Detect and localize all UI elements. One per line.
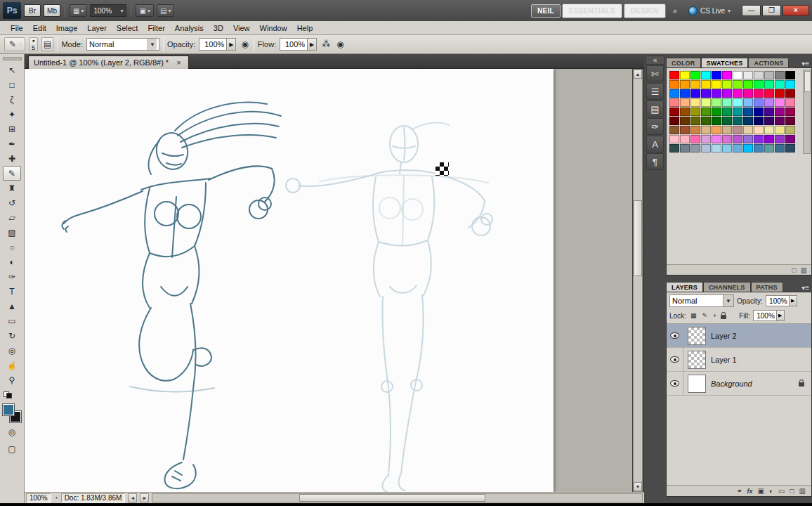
color-swatch[interactable] bbox=[785, 98, 795, 107]
color-swatch[interactable] bbox=[690, 71, 700, 79]
Layer 1[interactable]: Layer 1 bbox=[667, 348, 811, 372]
3d-camera-rotate-tool[interactable]: ◎ bbox=[3, 343, 21, 358]
color-swatch[interactable] bbox=[722, 80, 732, 89]
color-swatch[interactable] bbox=[775, 126, 785, 134]
quick-selection-tool[interactable]: ✦ bbox=[3, 107, 21, 122]
color-swatch[interactable] bbox=[701, 71, 711, 79]
color-swatch[interactable] bbox=[775, 80, 785, 89]
menu-item[interactable]: Analysis bbox=[170, 22, 209, 34]
menu-item[interactable]: Edit bbox=[28, 22, 51, 34]
color-swatch[interactable] bbox=[785, 89, 795, 98]
tool-preset-picker[interactable]: ✎ ▾ bbox=[4, 37, 25, 51]
minibridge-button[interactable]: Mb bbox=[44, 4, 60, 17]
menu-item[interactable]: Select bbox=[112, 22, 143, 34]
minimize-button[interactable]: — bbox=[742, 5, 761, 16]
color-swatch[interactable] bbox=[764, 135, 774, 143]
arrange-documents-button[interactable]: ▣▾ bbox=[136, 4, 153, 17]
color-swatch[interactable] bbox=[733, 89, 742, 98]
color-swatch[interactable] bbox=[775, 135, 785, 143]
move-tool[interactable]: ↖ bbox=[3, 63, 21, 77]
link-layers-icon[interactable]: ⚭ bbox=[736, 487, 742, 495]
color-swatch[interactable] bbox=[701, 108, 711, 116]
layer-opacity-input[interactable]: 100% bbox=[766, 295, 790, 306]
color-swatch[interactable] bbox=[775, 108, 785, 116]
quick-mask-button[interactable]: ◎ bbox=[3, 425, 21, 439]
color-swatch[interactable] bbox=[775, 89, 785, 98]
color-swatch[interactable] bbox=[722, 71, 732, 79]
color-swatch[interactable] bbox=[722, 89, 732, 98]
color-swatch[interactable] bbox=[701, 117, 711, 125]
Background[interactable]: Background bbox=[667, 372, 811, 396]
add-layer-mask-icon[interactable]: ▣ bbox=[758, 487, 764, 495]
color-swatch[interactable] bbox=[743, 144, 753, 153]
screen-mode-toggle-button[interactable]: ▢ bbox=[3, 442, 21, 456]
delete-swatch-icon[interactable]: ▥ bbox=[801, 266, 807, 274]
color-swatch[interactable] bbox=[680, 108, 690, 116]
color-swatch[interactable] bbox=[733, 80, 742, 89]
status-zoom-field[interactable]: 100% bbox=[26, 493, 51, 502]
crop-tool[interactable]: ⊞ bbox=[3, 122, 21, 136]
vertical-scrollbar[interactable]: ▲ ▼ bbox=[633, 69, 643, 492]
color-swatch[interactable] bbox=[722, 117, 732, 125]
foreground-color-swatch[interactable] bbox=[3, 404, 14, 415]
color-swatch[interactable] bbox=[680, 126, 690, 134]
color-swatch[interactable] bbox=[775, 117, 785, 125]
color-swatch[interactable] bbox=[701, 144, 711, 153]
color-swatch[interactable] bbox=[722, 144, 732, 153]
rectangle-tool[interactable]: ▭ bbox=[3, 313, 21, 328]
workspace-overflow-chevron[interactable]: » bbox=[669, 6, 681, 15]
color-swatch[interactable] bbox=[743, 89, 753, 98]
color-swatch[interactable] bbox=[775, 144, 785, 153]
color-swatch[interactable] bbox=[701, 89, 711, 98]
blur-tool[interactable]: ○ bbox=[3, 240, 21, 254]
bridge-button[interactable]: Br bbox=[24, 4, 41, 17]
adjustments-panel-icon[interactable]: ☰ bbox=[646, 83, 664, 100]
color-swatch[interactable] bbox=[733, 126, 742, 134]
color-swatch[interactable] bbox=[743, 80, 753, 89]
restore-button[interactable]: ❐ bbox=[762, 5, 781, 16]
adjustment-layer-icon[interactable]: ◐ bbox=[769, 487, 773, 495]
layer-style-icon[interactable]: fx bbox=[747, 488, 753, 495]
delete-layer-icon[interactable]: ▥ bbox=[799, 487, 806, 495]
toggle-brush-panel-button[interactable]: ▤ bbox=[41, 37, 53, 51]
color-swatch[interactable] bbox=[712, 108, 721, 116]
tab-paths[interactable]: PATHS bbox=[751, 282, 783, 292]
lock-position-icon[interactable]: + bbox=[712, 311, 718, 320]
color-swatch[interactable] bbox=[690, 108, 700, 116]
color-swatch[interactable] bbox=[712, 117, 721, 125]
color-swatch[interactable] bbox=[669, 144, 679, 153]
color-swatch[interactable] bbox=[712, 89, 721, 98]
layer-opacity-arrow[interactable]: ▶ bbox=[790, 295, 797, 306]
menu-item[interactable]: Help bbox=[292, 22, 318, 34]
gradient-tool[interactable]: ▧ bbox=[3, 225, 21, 240]
color-swatch[interactable] bbox=[785, 71, 795, 79]
tablet-size-icon[interactable]: ◉ bbox=[335, 39, 345, 49]
photoshop-logo-icon[interactable]: Ps bbox=[3, 2, 21, 19]
layer-thumbnail[interactable] bbox=[688, 327, 706, 345]
color-swatch[interactable] bbox=[754, 108, 764, 116]
color-swatch[interactable] bbox=[785, 117, 795, 125]
zoom-level-dropdown[interactable]: 100%▾ bbox=[90, 4, 126, 17]
view-extras-button[interactable]: ▦▾ bbox=[70, 4, 87, 17]
brushes-panel-icon[interactable]: ✑ bbox=[646, 118, 664, 135]
color-swatch[interactable] bbox=[680, 117, 690, 125]
lock-pixels-icon[interactable]: ✎ bbox=[700, 311, 709, 320]
layer-name[interactable]: Layer 1 bbox=[711, 356, 737, 364]
spot-healing-brush-tool[interactable]: ✚ bbox=[3, 151, 21, 166]
blend-mode-dropdown[interactable]: Normal▼ bbox=[86, 38, 159, 51]
eraser-tool[interactable]: ▱ bbox=[3, 210, 21, 225]
color-swatch[interactable] bbox=[754, 98, 764, 107]
hand-tool[interactable]: ☝ bbox=[3, 358, 21, 372]
color-swatch[interactable] bbox=[754, 89, 764, 98]
lock-transparency-icon[interactable]: ▦ bbox=[689, 311, 698, 320]
color-swatch[interactable] bbox=[743, 135, 753, 143]
color-swatch[interactable] bbox=[712, 144, 721, 153]
color-swatch[interactable] bbox=[764, 71, 774, 79]
color-swatch[interactable] bbox=[669, 126, 679, 134]
layer-visibility-toggle[interactable] bbox=[667, 372, 683, 395]
layer-fill-arrow[interactable]: ▶ bbox=[777, 310, 785, 321]
close-icon[interactable]: × bbox=[174, 58, 183, 67]
color-swatch[interactable] bbox=[712, 126, 721, 134]
color-swatch[interactable] bbox=[775, 71, 785, 79]
color-swatch[interactable] bbox=[722, 98, 732, 107]
